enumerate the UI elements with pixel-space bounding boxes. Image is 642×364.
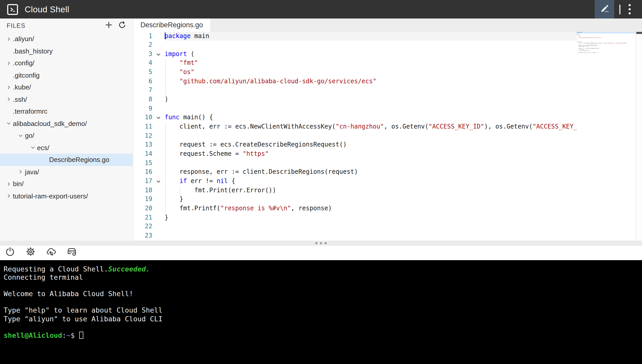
chevron-right-icon[interactable] bbox=[4, 37, 13, 42]
minimap-line bbox=[577, 55, 636, 56]
code-line[interactable]: 15 bbox=[133, 159, 577, 168]
line-number: 18 bbox=[133, 186, 152, 195]
code-line[interactable]: 4 "fmt" bbox=[133, 59, 577, 68]
splitter-handle[interactable] bbox=[0, 241, 642, 245]
code-line[interactable]: 7 bbox=[133, 86, 577, 95]
tree-item[interactable]: .terraformrc bbox=[0, 105, 133, 117]
code-area[interactable]: 1package main23import (4 "fmt"5 "os"6 "g… bbox=[133, 32, 577, 241]
tree-item[interactable]: tutorial-ram-export-users/ bbox=[0, 190, 133, 202]
tab-describeregions[interactable]: DescribeRegions.go bbox=[133, 19, 211, 32]
tree-item[interactable]: go/ bbox=[0, 130, 133, 142]
power-button[interactable] bbox=[5, 248, 15, 258]
tree-item[interactable]: bin/ bbox=[0, 178, 133, 190]
code-text: func main() { bbox=[165, 113, 577, 122]
code-text: client, err := ecs.NewClientWithAccessKe… bbox=[165, 122, 577, 131]
fold-chevron-icon[interactable] bbox=[152, 177, 165, 186]
code-line[interactable]: 21} bbox=[133, 213, 577, 222]
chevron-right-icon[interactable] bbox=[4, 61, 13, 66]
tree-item[interactable]: .bash_history bbox=[0, 45, 133, 57]
fold-spacer bbox=[152, 231, 165, 240]
code-line[interactable]: 23 bbox=[133, 231, 577, 240]
code-line[interactable]: 2 bbox=[133, 41, 577, 50]
code-text: package main bbox=[165, 32, 577, 41]
code-line[interactable]: 19 } bbox=[133, 195, 577, 204]
code-editor: DescribeRegions.go 1package main23import… bbox=[133, 19, 642, 241]
indent-guide bbox=[180, 186, 180, 195]
tree-item[interactable]: DescribeRegions.go bbox=[0, 154, 133, 166]
terminal[interactable]: Requesting a Cloud Shell.Succeeded.Conne… bbox=[0, 260, 642, 364]
chevron-right-icon[interactable] bbox=[4, 181, 13, 187]
editor-scrollbar[interactable] bbox=[636, 32, 642, 241]
code-text bbox=[165, 104, 577, 113]
chevron-down-icon[interactable] bbox=[28, 145, 37, 150]
code-line[interactable]: 10func main() { bbox=[133, 113, 577, 122]
tree-item[interactable]: .aliyun/ bbox=[0, 33, 133, 45]
file-tree: .aliyun/.bash_history.config/.gitconfig.… bbox=[0, 33, 133, 241]
edit-code-button[interactable] bbox=[595, 0, 614, 19]
code-text bbox=[165, 41, 577, 50]
line-number: 11 bbox=[133, 122, 152, 131]
tree-item[interactable]: java/ bbox=[0, 166, 133, 178]
code-line[interactable]: 6 "github.com/aliyun/alibaba-cloud-sdk-g… bbox=[133, 77, 577, 86]
minimap-line: ) bbox=[577, 39, 636, 40]
kebab-menu-button[interactable] bbox=[626, 1, 633, 18]
line-number: 7 bbox=[133, 86, 152, 95]
tab-label: DescribeRegions.go bbox=[140, 21, 203, 29]
fold-spacer bbox=[152, 122, 165, 131]
code-line[interactable]: 8) bbox=[133, 95, 577, 104]
editor-scrollbar-thumb[interactable] bbox=[636, 32, 642, 34]
code-line[interactable]: 1package main bbox=[133, 32, 577, 41]
settings-button[interactable] bbox=[25, 248, 35, 258]
code-line[interactable]: 17 if err != nil { bbox=[133, 177, 577, 186]
app-title: Cloud Shell bbox=[25, 4, 69, 14]
tree-item-label: alibabacloud_sdk_demo/ bbox=[13, 120, 87, 128]
minimap[interactable]: package mainimport ( "fmt" "os" "github.… bbox=[577, 32, 636, 241]
minimap-line bbox=[577, 40, 636, 41]
fold-spacer bbox=[152, 77, 165, 86]
fold-spacer bbox=[152, 159, 165, 168]
chevron-right-icon[interactable] bbox=[4, 97, 13, 102]
chevron-right-icon[interactable] bbox=[4, 85, 13, 90]
code-line[interactable]: 13 request := ecs.CreateDescribeRegionsR… bbox=[133, 141, 577, 150]
tree-item[interactable]: .kube/ bbox=[0, 81, 133, 93]
code-line[interactable]: 14 request.Scheme = "https" bbox=[133, 150, 577, 159]
tree-item[interactable]: ecs/ bbox=[0, 142, 133, 154]
line-number: 12 bbox=[133, 131, 152, 140]
chevron-down-icon[interactable] bbox=[4, 121, 13, 126]
tree-item[interactable]: alibabacloud_sdk_demo/ bbox=[0, 117, 133, 130]
code-line[interactable]: 12 bbox=[133, 131, 577, 140]
chevron-right-icon[interactable] bbox=[16, 169, 25, 175]
new-file-button[interactable] bbox=[105, 21, 113, 31]
chevron-right-icon[interactable] bbox=[4, 194, 13, 199]
fold-spacer bbox=[152, 68, 165, 77]
terminal-toolbar bbox=[0, 245, 642, 260]
tree-item-label: bin/ bbox=[13, 180, 24, 188]
code-line[interactable]: 22 bbox=[133, 222, 577, 231]
instance-settings-button[interactable] bbox=[66, 248, 77, 258]
refresh-files-button[interactable] bbox=[118, 21, 126, 31]
fold-chevron-icon[interactable] bbox=[152, 113, 165, 122]
terminal-line: Connecting terminal bbox=[4, 273, 642, 281]
code-line[interactable]: 9 bbox=[133, 104, 577, 113]
line-number: 17 bbox=[133, 177, 152, 186]
terminal-logo-icon bbox=[7, 4, 18, 15]
code-line[interactable]: 5 "os" bbox=[133, 68, 577, 77]
tree-item[interactable]: .ssh/ bbox=[0, 93, 133, 105]
code-line[interactable]: 18 fmt.Print(err.Error()) bbox=[133, 186, 577, 195]
chevron-down-icon[interactable] bbox=[16, 133, 25, 138]
code-line[interactable]: 20 fmt.Printf("response is %#v\n", respo… bbox=[133, 204, 577, 213]
code-line[interactable]: 3import ( bbox=[133, 50, 577, 59]
code-text: fmt.Printf("response is %#v\n", response… bbox=[165, 204, 577, 213]
fold-spacer bbox=[152, 186, 165, 195]
cloud-transfer-button[interactable] bbox=[46, 248, 56, 258]
minimap-line: "os" bbox=[577, 36, 636, 37]
tree-item[interactable]: .gitconfig bbox=[0, 69, 133, 81]
tree-item-label: .gitconfig bbox=[13, 71, 40, 79]
code-line[interactable]: 11 client, err := ecs.NewClientWithAcces… bbox=[133, 122, 577, 131]
code-text: import ( bbox=[165, 50, 577, 59]
code-line[interactable]: 16 response, err := client.DescribeRegio… bbox=[133, 168, 577, 177]
tree-item[interactable]: .config/ bbox=[0, 57, 133, 69]
code-text: request.Scheme = "https" bbox=[165, 150, 577, 159]
fold-chevron-icon[interactable] bbox=[152, 50, 165, 59]
fold-spacer bbox=[152, 41, 165, 50]
